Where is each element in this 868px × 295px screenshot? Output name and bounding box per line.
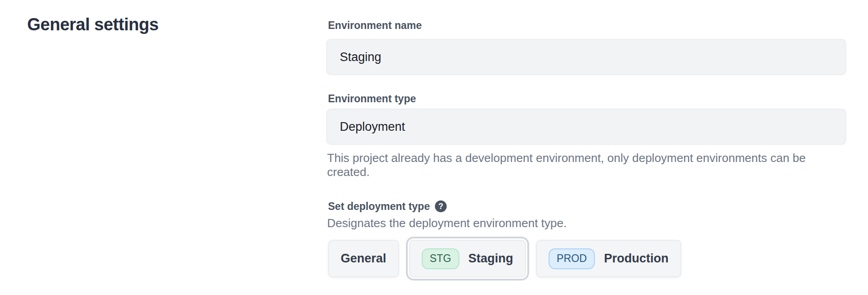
production-button-label: Production: [604, 252, 669, 266]
deployment-type-description: Designates the deployment environment ty…: [327, 216, 846, 230]
deployment-type-options: General STG Staging PROD Production: [326, 240, 846, 277]
staging-button-label: Staging: [468, 252, 513, 266]
environment-type-help-text: This project already has a development e…: [327, 151, 846, 179]
page-title: General settings: [27, 15, 326, 34]
environment-type-label: Environment type: [328, 91, 846, 106]
general-settings-page: General settings Environment name Enviro…: [0, 0, 868, 277]
set-deployment-type-label: Set deployment type: [328, 199, 430, 214]
stg-badge: STG: [422, 248, 459, 269]
deployment-type-general-button[interactable]: General: [328, 240, 399, 277]
prod-badge: PROD: [549, 248, 595, 269]
settings-heading-column: General settings: [0, 0, 326, 277]
environment-name-input[interactable]: [326, 39, 846, 75]
general-button-label: General: [341, 252, 386, 266]
settings-form: Environment name Environment type This p…: [326, 0, 846, 277]
environment-name-label: Environment name: [328, 18, 846, 33]
set-deployment-type-row: Set deployment type ?: [326, 199, 846, 214]
deployment-type-production-button[interactable]: PROD Production: [536, 240, 681, 277]
environment-type-input[interactable]: [326, 109, 846, 145]
question-mark-icon[interactable]: ?: [435, 200, 447, 212]
deployment-type-staging-button[interactable]: STG Staging: [409, 240, 526, 277]
